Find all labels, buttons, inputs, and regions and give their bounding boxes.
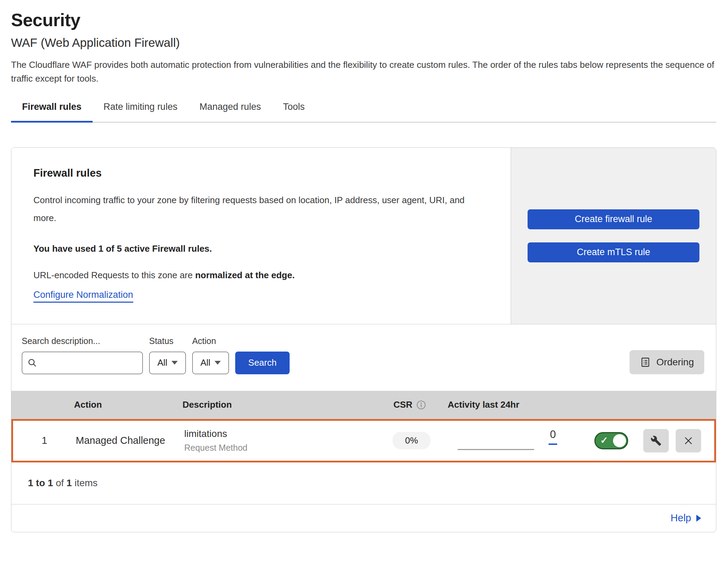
rule-description-sub: Request Method	[184, 443, 374, 453]
status-select-value: All	[157, 357, 167, 368]
help-link[interactable]: Help	[670, 512, 701, 524]
search-button[interactable]: Search	[235, 352, 290, 374]
arrow-right-icon	[696, 514, 701, 522]
rule-description: limitations	[184, 428, 374, 439]
search-input[interactable]	[41, 352, 152, 374]
rule-controls: ✓	[573, 429, 714, 452]
action-select[interactable]: All	[192, 352, 229, 374]
page-description: The Cloudflare WAF provides both automat…	[11, 58, 716, 86]
toggle-knob	[613, 434, 626, 447]
close-icon	[683, 435, 694, 446]
rule-description-cell: limitations Request Method	[184, 428, 374, 453]
tab-tools[interactable]: Tools	[272, 100, 316, 122]
rule-priority: 1	[42, 435, 47, 446]
status-label: Status	[149, 336, 186, 346]
edit-rule-button[interactable]	[643, 429, 669, 452]
header-action: Action	[74, 399, 183, 410]
status-select[interactable]: All	[149, 352, 186, 374]
info-icon[interactable]	[416, 400, 426, 410]
filter-row: Search description... Status All	[11, 324, 716, 391]
search-icon	[27, 358, 38, 368]
action-filter-field: Action All	[192, 336, 229, 374]
action-label: Action	[192, 336, 229, 346]
help-link-label: Help	[670, 512, 691, 524]
csr-badge: 0%	[393, 432, 430, 449]
activity-count-link[interactable]: 0	[549, 428, 557, 445]
create-mtls-rule-button[interactable]: Create mTLS rule	[528, 242, 699, 262]
security-waf-page: Security WAF (Web Application Firewall) …	[0, 0, 728, 532]
chevron-down-icon	[215, 361, 221, 365]
table-header-row: Action Description CSR Activity last 24h…	[11, 391, 716, 419]
ordering-list-icon	[640, 357, 651, 368]
rule-activity-cell: 0	[449, 421, 573, 461]
table-footer: 1 to 1 of 1 items	[11, 462, 716, 504]
usage-summary: You have used 1 of 5 active Firewall rul…	[33, 243, 487, 254]
wrench-icon	[651, 435, 662, 446]
search-label: Search description...	[22, 336, 143, 346]
rules-tab-bar: Firewall rules Rate limiting rules Manag…	[11, 100, 716, 123]
rule-enabled-toggle[interactable]: ✓	[594, 432, 628, 449]
delete-rule-button[interactable]	[676, 429, 701, 452]
firewall-rule-row[interactable]: 1 Managed Challenge limitations Request …	[11, 419, 716, 462]
items-count: 1	[66, 478, 72, 489]
ordering-button[interactable]: Ordering	[630, 350, 704, 374]
ordering-button-label: Ordering	[656, 357, 694, 368]
tab-managed-rules[interactable]: Managed rules	[188, 100, 272, 122]
create-firewall-rule-button[interactable]: Create firewall rule	[528, 209, 699, 229]
header-csr: CSR	[394, 399, 426, 410]
activity-sparkline	[458, 449, 534, 450]
actions-panel: Create firewall rule Create mTLS rule	[511, 148, 716, 324]
items-range: 1 to 1	[28, 478, 53, 489]
configure-normalization-link[interactable]: Configure Normalization	[33, 290, 133, 303]
chevron-down-icon	[171, 361, 178, 365]
search-field: Search description...	[22, 336, 143, 374]
card-description: Control incoming traffic to your zone by…	[33, 191, 478, 227]
tab-firewall-rules[interactable]: Firewall rules	[11, 100, 93, 122]
search-input-box[interactable]	[22, 352, 143, 374]
normalization-note: URL-encoded Requests to this zone are no…	[33, 270, 487, 281]
rule-csr-cell: 0%	[393, 432, 430, 449]
page-subtitle: WAF (Web Application Firewall)	[11, 36, 716, 50]
page-title: Security	[11, 10, 716, 30]
firewall-rules-card: Firewall rules Control incoming traffic …	[11, 147, 716, 532]
card-heading: Firewall rules	[33, 167, 487, 179]
tab-rate-limiting-rules[interactable]: Rate limiting rules	[93, 100, 189, 122]
firewall-rules-info: Firewall rules Control incoming traffic …	[11, 148, 511, 324]
rule-action: Managed Challenge	[76, 435, 184, 446]
status-filter-field: Status All	[149, 336, 186, 374]
card-top-section: Firewall rules Control incoming traffic …	[11, 148, 716, 324]
header-description: Description	[183, 399, 372, 410]
help-row: Help	[11, 504, 716, 532]
action-select-value: All	[200, 357, 210, 368]
header-activity: Activity last 24hr	[448, 399, 572, 410]
check-icon: ✓	[600, 435, 608, 446]
